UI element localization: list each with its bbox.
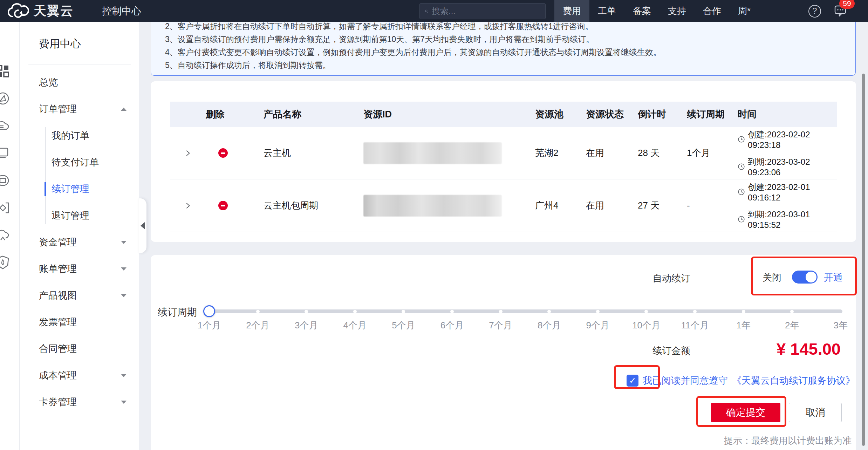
cycle-option-label[interactable]: 9个月 — [586, 319, 609, 332]
cell-product-name: 云主机 — [259, 147, 359, 159]
sidebar-item-invoices[interactable]: 发票管理 — [20, 309, 139, 335]
sidebar-item-my-orders[interactable]: 我的订单 — [20, 122, 139, 149]
nav-item-cooperation[interactable]: 合作 — [695, 0, 730, 22]
sidebar-item-funds[interactable]: 资金管理 — [20, 229, 139, 255]
agreement-checkbox[interactable]: ✓ — [627, 375, 638, 387]
sidebar-item-overview[interactable]: 总览 — [20, 69, 139, 96]
cell-renew-cycle: - — [683, 200, 733, 211]
created-time: 创建:2023-02-01 09:16:12 — [748, 182, 837, 203]
global-search[interactable] — [419, 3, 546, 19]
collapse-up-icon — [121, 108, 127, 111]
sidebar-item-cost[interactable]: 成本管理 — [20, 362, 139, 389]
agreement-link[interactable]: 《天翼云自动续订服务协议》 — [732, 374, 855, 387]
cycle-option-label[interactable]: 2个月 — [246, 319, 269, 332]
cell-countdown: 28 天 — [634, 147, 683, 159]
brand-logo[interactable]: 天翼云 — [8, 2, 74, 20]
renew-amount-label: 续订金额 — [617, 345, 690, 357]
billing-sidebar: 费用中心 总览 订单管理 我的订单 待支付订单 续订管理 退订管理 资金管理 账… — [20, 22, 139, 450]
cycle-option-label[interactable]: 8个月 — [538, 319, 561, 332]
cycle-option-label[interactable]: 3个月 — [295, 319, 318, 332]
cell-resource-status: 在用 — [582, 199, 634, 212]
sidebar-item-renewal-management[interactable]: 续订管理 — [20, 176, 139, 202]
cycle-option-label[interactable]: 5个月 — [392, 319, 415, 332]
cell-countdown: 27 天 — [634, 199, 683, 212]
renew-cycle-label: 续订周期 — [158, 306, 197, 319]
message-center[interactable]: 59 — [834, 4, 847, 19]
collapse-left-icon — [141, 222, 145, 229]
console-center-link[interactable]: 控制中心 — [102, 5, 141, 18]
code-brackets-icon[interactable] — [0, 200, 11, 216]
cycle-option-label[interactable]: 6个月 — [440, 319, 464, 332]
delete-row-icon[interactable] — [218, 201, 228, 210]
sidebar-item-contracts[interactable]: 合同管理 — [20, 335, 139, 362]
search-input[interactable] — [432, 6, 540, 16]
compass-icon[interactable] — [0, 91, 11, 106]
nav-divider — [87, 6, 87, 16]
nav-item-icp[interactable]: 备案 — [624, 0, 659, 22]
auto-renew-toggle[interactable] — [792, 271, 818, 284]
nav-right-icons: ? 59 — [790, 0, 868, 22]
resource-id-redacted — [363, 142, 502, 164]
slider-step-dot — [742, 310, 745, 313]
product-icon-rail — [0, 22, 20, 450]
nav-item-user[interactable]: 周* — [730, 0, 759, 22]
sidebar-item-bills[interactable]: 账单管理 — [20, 255, 139, 282]
copy-card-icon[interactable] — [0, 173, 11, 188]
expand-down-icon — [121, 401, 127, 404]
sidebar-item-order-management[interactable]: 订单管理 — [20, 96, 139, 122]
header-countdown: 倒计时 — [634, 108, 683, 121]
nav-item-support[interactable]: 支持 — [659, 0, 695, 22]
cell-resource-status: 在用 — [582, 147, 634, 159]
help-icon[interactable]: ? — [808, 5, 821, 18]
dashboard-grid-icon[interactable] — [0, 63, 11, 79]
nav-item-ticket[interactable]: 工单 — [589, 0, 624, 22]
delete-row-icon[interactable] — [218, 148, 228, 158]
nav-item-billing[interactable]: 费用 — [554, 0, 589, 22]
cycle-option-label[interactable]: 11个月 — [681, 319, 709, 332]
sidebar-item-product-view[interactable]: 产品视图 — [20, 282, 139, 309]
search-icon — [425, 7, 428, 15]
shield-icon[interactable] — [0, 255, 11, 270]
cycle-slider-track[interactable] — [213, 309, 842, 313]
agreement-row: ✓ 我已阅读并同意遵守 《天翼云自动续订服务协议》 — [627, 374, 855, 387]
submit-button[interactable]: 确定提交 — [711, 403, 780, 422]
expand-row-icon[interactable] — [184, 149, 192, 157]
sidebar-collapse-handle[interactable] — [139, 198, 146, 253]
cycle-option-label[interactable]: 3年 — [834, 319, 848, 332]
cycle-option-label[interactable]: 10个月 — [632, 319, 661, 332]
sidebar-item-unsubscribe-management[interactable]: 退订管理 — [20, 202, 139, 229]
clock-icon — [738, 163, 745, 171]
vertical-scrollbar[interactable] — [862, 74, 865, 446]
agreement-text: 我已阅读并同意遵守 — [643, 374, 728, 387]
sidebar-divider — [28, 64, 131, 65]
renewal-management-page: 天翼云 控制中心 费用 工单 备案 支持 合作 周* ? — [0, 0, 868, 450]
cycle-option-label[interactable]: 7个月 — [489, 319, 512, 332]
toggle-knob — [806, 272, 816, 282]
slider-step-dot — [693, 310, 697, 313]
cycle-option-label[interactable]: 1个月 — [198, 319, 221, 332]
cell-resource-pool: 广州4 — [531, 199, 582, 212]
resource-id-redacted — [363, 195, 502, 217]
sidebar-item-pending-payment[interactable]: 待支付订单 — [20, 149, 139, 176]
expand-down-icon — [121, 294, 127, 297]
slider-step-dot — [450, 310, 454, 313]
slider-step-dot — [353, 310, 357, 313]
sidebar-item-coupons[interactable]: 卡券管理 — [20, 389, 139, 415]
cloud-transfer-icon[interactable] — [0, 227, 11, 243]
slider-step-dot — [256, 310, 260, 313]
cycle-slider-handle[interactable] — [203, 305, 215, 317]
clock-icon — [738, 215, 745, 223]
header-time: 时间 — [733, 108, 837, 121]
cycle-option-label[interactable]: 4个月 — [343, 319, 367, 332]
cancel-button[interactable]: 取消 — [789, 403, 842, 422]
expand-row-icon[interactable] — [184, 202, 192, 210]
header-product-name: 产品名称 — [259, 108, 359, 121]
cycle-option-label[interactable]: 1年 — [736, 319, 750, 332]
cycle-option-label[interactable]: 2年 — [785, 319, 799, 332]
slider-step-dot — [402, 310, 405, 313]
cell-product-name: 云主机包周期 — [259, 199, 359, 212]
notice-line: 4、客户付费模式变更不影响自动续订设置，例如预付费用户变更为后付费用户后，其资源… — [165, 46, 855, 59]
network-node-icon[interactable] — [0, 145, 11, 161]
auto-renew-form-card: 自动续订 关闭 开通 续订周期 1个月2个月3个月4个月5个月6个月7个月8个月… — [151, 255, 856, 450]
cloud-server-icon[interactable] — [0, 118, 11, 134]
